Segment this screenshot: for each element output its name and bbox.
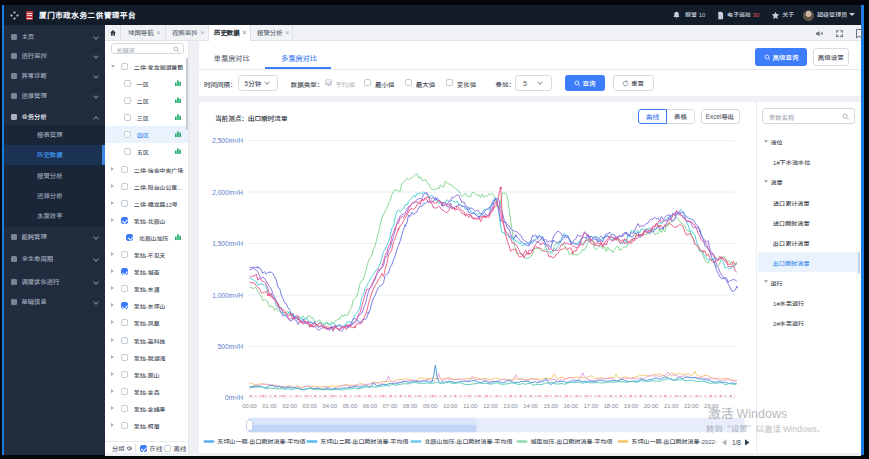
svg-text:15:00: 15:00 <box>543 403 558 409</box>
svg-text:01:00: 01:00 <box>262 403 277 409</box>
svg-text:14:00: 14:00 <box>523 403 538 409</box>
svg-text:12:00: 12:00 <box>483 403 498 409</box>
svg-text:北辰山加压-出口瞬时流量-平均值: 北辰山加压-出口瞬时流量-平均值 <box>424 437 512 446</box>
svg-text:2,000m³/H: 2,000m³/H <box>212 189 243 196</box>
svg-text:18:00: 18:00 <box>603 403 618 409</box>
svg-text:00:00: 00:00 <box>242 403 257 409</box>
svg-text:13:00: 13:00 <box>503 403 518 409</box>
svg-text:东坪山一期-出口瞬时流量-平均值: 东坪山一期-出口瞬时流量-平均值 <box>217 437 305 446</box>
svg-text:08:00: 08:00 <box>402 403 417 409</box>
svg-text:07:00: 07:00 <box>382 403 397 409</box>
svg-text:03:00: 03:00 <box>302 403 317 409</box>
svg-text:19:00: 19:00 <box>623 403 638 409</box>
svg-text:2,500m³/H: 2,500m³/H <box>212 137 243 144</box>
svg-text:22:00: 22:00 <box>684 403 699 409</box>
svg-text:500m³/H: 500m³/H <box>217 343 243 350</box>
svg-text:0m³/H: 0m³/H <box>225 394 243 401</box>
svg-text:1,500m³/H: 1,500m³/H <box>212 240 243 247</box>
svg-text:城南加压-出口瞬时流量-平均值: 城南加压-出口瞬时流量-平均值 <box>530 437 612 446</box>
svg-text:11:00: 11:00 <box>463 403 477 409</box>
svg-text:05:00: 05:00 <box>342 403 357 409</box>
svg-text:16:00: 16:00 <box>563 403 578 409</box>
svg-text:10:00: 10:00 <box>443 403 458 409</box>
svg-text:1/8: 1/8 <box>732 439 741 446</box>
svg-text:09:00: 09:00 <box>422 403 437 409</box>
svg-text:东坪山一期-出口瞬时流量-2022-: 东坪山一期-出口瞬时流量-2022- <box>631 437 716 446</box>
svg-text:17:00: 17:00 <box>583 403 598 409</box>
svg-text:02:00: 02:00 <box>282 403 297 409</box>
svg-text:21:00: 21:00 <box>663 403 678 409</box>
svg-text:04:00: 04:00 <box>322 403 337 409</box>
svg-text:20:00: 20:00 <box>643 403 658 409</box>
svg-text:东坪山二期-出口瞬时流量-平均值: 东坪山二期-出口瞬时流量-平均值 <box>320 437 408 446</box>
svg-text:06:00: 06:00 <box>362 403 377 409</box>
svg-text:1,000m³/H: 1,000m³/H <box>212 292 243 299</box>
